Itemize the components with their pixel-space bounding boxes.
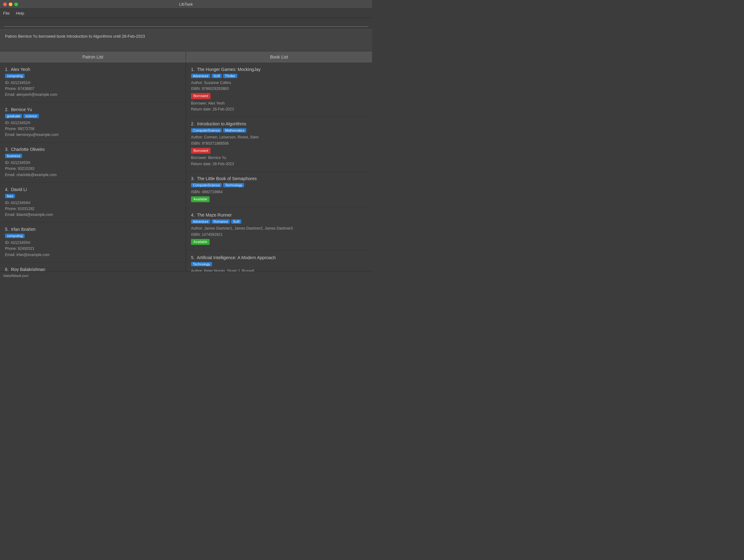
book-borrower: Borrower: Bernice Yu — [191, 155, 367, 161]
patron-name: 2. Bernice Yu — [5, 107, 181, 112]
book-item[interactable]: 5. Artificial Intelligence: A Modern App… — [186, 251, 372, 272]
patron-id: ID: A0123453H — [5, 160, 181, 166]
window-controls[interactable] — [3, 2, 18, 6]
patron-tag-row: fass — [5, 194, 181, 198]
patron-list: 1. Alex Yeoh computing ID: A0123451HPhon… — [0, 63, 186, 272]
book-tag: Scifi — [212, 74, 222, 78]
patron-name: 1. Alex Yeoh — [5, 67, 181, 72]
book-status-badge: Borrowed — [191, 148, 211, 154]
book-item[interactable]: 2. Introduction to Algorithms ComputerSc… — [186, 117, 372, 172]
book-isbn: ISBN: 4992719864 — [191, 189, 367, 195]
patron-email: Email: lidavid@example.com — [5, 212, 181, 218]
book-author: Author: Peter Norvig, Stuart J. Russell — [191, 268, 367, 272]
book-tag: Mathematics — [223, 128, 246, 133]
book-tag: ComputerScience — [191, 128, 222, 133]
book-tag-row: ComputerScienceTechnology — [191, 183, 367, 187]
patron-item[interactable]: 1. Alex Yeoh computing ID: A0123451HPhon… — [0, 63, 186, 103]
book-tag: Adventure — [191, 219, 210, 224]
patron-name: 4. David Li — [5, 187, 181, 192]
book-author: Author: James Dashner1, James Dashner2, … — [191, 226, 367, 231]
patron-tag: computing — [5, 74, 25, 78]
book-tag: Scifi — [231, 219, 241, 224]
close-button[interactable] — [3, 2, 7, 6]
notification-text: Patron Bernice Yu borrowed book Introduc… — [5, 34, 145, 39]
patron-detail: ID: A0123451HPhone: 87438807Email: alexy… — [5, 80, 181, 98]
book-status-badge: Available — [191, 196, 210, 202]
patron-email: Email: irfan@example.com — [5, 252, 181, 258]
search-input[interactable] — [4, 21, 368, 27]
book-isbn: ISBN: 9786029293883 — [191, 86, 367, 92]
menu-bar: File Help — [0, 9, 372, 18]
app-title: LibTask — [179, 2, 193, 6]
book-tag: Adventure — [191, 74, 210, 78]
patron-item[interactable]: 5. Irfan Ibrahim computing ID: A0123455H… — [0, 222, 186, 263]
title-bar: LibTask — [0, 0, 372, 9]
book-item[interactable]: 4. The Maze Runner AdventureRomanceScifi… — [186, 208, 372, 251]
book-return-date: Return date: 28-Feb-2023 — [191, 161, 367, 167]
patron-tag: fass — [5, 194, 15, 198]
book-detail: ISBN: 4992719864 Available — [191, 189, 367, 204]
patron-email: Email: berniceyu@example.com — [5, 132, 181, 138]
search-bar — [0, 18, 372, 30]
menu-help[interactable]: Help — [16, 11, 24, 15]
patron-tag: computing — [5, 234, 25, 238]
book-detail: Author: Cormen, Leiserson, Rivest, Stein… — [191, 135, 367, 167]
book-borrower: Borrower: Alex Yeoh — [191, 101, 367, 106]
status-bar: /data/libtask.json — [0, 272, 372, 279]
book-tag: ComputerScience — [191, 183, 222, 187]
book-panel-header: Book List — [186, 51, 372, 63]
menu-file[interactable]: File — [3, 11, 10, 15]
patron-tag-row: graduatescience — [5, 114, 181, 118]
book-status-badge: Borrowed — [191, 93, 211, 99]
patron-panel-header: Patron List — [0, 51, 186, 63]
patron-tag: science — [23, 114, 39, 118]
patron-email: Email: alexyeoh@example.com — [5, 92, 181, 98]
book-detail: Author: James Dashner1, James Dashner2, … — [191, 226, 367, 246]
main-content: Patron List 1. Alex Yeoh computing ID: A… — [0, 51, 372, 272]
book-author: Author: Suzanne Collins — [191, 80, 367, 86]
book-list: 1. The Hunger Games: MockingJay Adventur… — [186, 63, 372, 272]
book-item[interactable]: 3. The Little Book of Semaphores Compute… — [186, 172, 372, 209]
minimize-button[interactable] — [9, 2, 12, 6]
patron-phone: Phone: 87438807 — [5, 86, 181, 92]
book-tag: Thriller — [223, 74, 237, 78]
maximize-button[interactable] — [14, 2, 18, 6]
book-tag-row: AdventureScifiThriller — [191, 74, 367, 78]
book-title: 4. The Maze Runner — [191, 213, 367, 218]
patron-detail: ID: A0123452HPhone: 99272758Email: berni… — [5, 120, 181, 138]
patron-tag-row: computing — [5, 234, 181, 238]
notification-bar: Patron Bernice Yu borrowed book Introduc… — [0, 30, 372, 51]
book-title: 1. The Hunger Games: MockingJay — [191, 67, 367, 72]
patron-phone: Phone: 93210283 — [5, 166, 181, 172]
book-isbn: ISBN: 9780371888506 — [191, 141, 367, 147]
patron-id: ID: A0123452H — [5, 120, 181, 126]
book-panel: Book List 1. The Hunger Games: MockingJa… — [186, 51, 372, 272]
patron-tag: business — [5, 154, 22, 158]
patron-item[interactable]: 6. Roy Balakrishnan science ID: A0123456… — [0, 263, 186, 272]
patron-name: 5. Irfan Ibrahim — [5, 227, 181, 232]
patron-tag-row: computing — [5, 74, 181, 78]
patron-panel: Patron List 1. Alex Yeoh computing ID: A… — [0, 51, 186, 272]
patron-tag-row: business — [5, 154, 181, 158]
book-tag-row: Technology — [191, 262, 367, 266]
book-tag: Romance — [212, 219, 230, 224]
patron-item[interactable]: 4. David Li fass ID: A0123454HPhone: 910… — [0, 183, 186, 223]
patron-name: 3. Charlotte Oliveiro — [5, 147, 181, 152]
patron-item[interactable]: 2. Bernice Yu graduatescience ID: A01234… — [0, 103, 186, 143]
patron-item[interactable]: 3. Charlotte Oliveiro business ID: A0123… — [0, 143, 186, 183]
patron-email: Email: charlotte@example.com — [5, 172, 181, 178]
book-detail: Author: Peter Norvig, Stuart J. RussellI… — [191, 268, 367, 272]
book-item[interactable]: 1. The Hunger Games: MockingJay Adventur… — [186, 63, 372, 117]
book-author: Author: Cormen, Leiserson, Rivest, Stein — [191, 135, 367, 140]
patron-phone: Phone: 92492021 — [5, 246, 181, 252]
book-title: 3. The Little Book of Semaphores — [191, 176, 367, 181]
patron-detail: ID: A0123453HPhone: 93210283Email: charl… — [5, 160, 181, 178]
patron-detail: ID: A0123454HPhone: 91031282Email: lidav… — [5, 200, 181, 218]
book-tag: Technology — [191, 262, 212, 266]
book-tag-row: ComputerScienceMathematics — [191, 128, 367, 133]
status-text: /data/libtask.json — [3, 274, 29, 277]
book-title: 5. Artificial Intelligence: A Modern App… — [191, 255, 367, 260]
book-tag: Technology — [223, 183, 244, 187]
patron-tag: graduate — [5, 114, 22, 118]
patron-phone: Phone: 99272758 — [5, 126, 181, 132]
